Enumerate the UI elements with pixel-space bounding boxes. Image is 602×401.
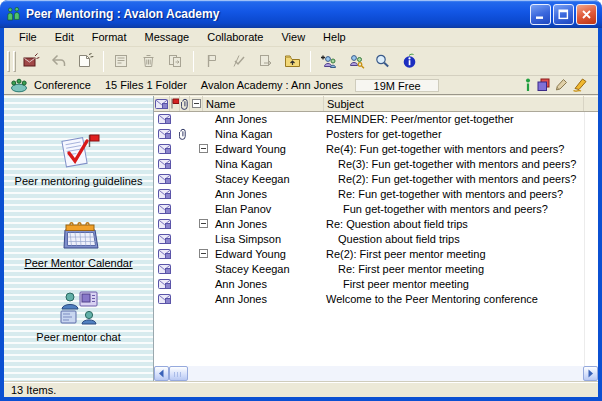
message-row[interactable]: Nina KaganPosters for get-together — [154, 127, 584, 142]
menu-format[interactable]: Format — [83, 29, 136, 45]
menu-help[interactable]: Help — [314, 29, 355, 45]
message-subject: First peer mentor meeting — [343, 278, 469, 290]
parent-folder-icon — [284, 53, 301, 69]
scroll-left-icon — [158, 369, 165, 378]
item-counts-label: 15 Files 1 Folder — [105, 79, 187, 91]
collapse-thread-toggle[interactable] — [199, 249, 208, 258]
sidebar-item-label[interactable]: Peer mentoring guidelines — [15, 175, 143, 187]
sender-name: Ann Jones — [215, 293, 267, 305]
message-row[interactable]: Ann JonesWelcome to the Peer Mentoring c… — [154, 292, 584, 307]
column-header-envelope[interactable] — [154, 96, 170, 111]
delete-button — [136, 49, 161, 74]
collapse-thread-toggle[interactable] — [199, 219, 208, 228]
sidebar-item-peer-mentor-chat[interactable]: Peer mentor chat — [4, 290, 153, 343]
message-subject: Posters for get-together — [326, 128, 442, 140]
directory-info-icon — [401, 53, 418, 69]
sidebar-item-label[interactable]: Peer Mentor Calendar — [24, 257, 132, 269]
message-row[interactable]: Ann JonesRe: Fun get-together with mento… — [154, 187, 584, 202]
vertical-scrollbar-track[interactable] — [584, 112, 598, 366]
list-header: Name Subject — [154, 96, 598, 112]
sender-name: Stacey Keegan — [215, 173, 290, 185]
permissions-icon — [347, 53, 365, 69]
calendar-icon — [58, 218, 100, 252]
toolbar-drag-handle[interactable] — [7, 51, 10, 72]
message-row[interactable]: Stacey KeeganRe(2): Fun get-together wit… — [154, 172, 584, 187]
scroll-right-button[interactable] — [583, 366, 598, 381]
scroll-left-button[interactable] — [154, 366, 169, 381]
sidebar-item-peer-mentor-calendar[interactable]: Peer Mentor Calendar — [4, 218, 153, 269]
new-message-button[interactable] — [19, 49, 44, 74]
menu-collaborate[interactable]: Collaborate — [198, 29, 272, 45]
sidebar-item-peer-mentoring-guidelines[interactable]: Peer mentoring guidelines — [4, 132, 153, 187]
search-icon — [374, 53, 391, 69]
toolbar-drag-handle[interactable] — [13, 51, 16, 72]
permissions-button[interactable] — [343, 49, 368, 74]
message-subject: REMINDER: Peer/mentor get-together — [326, 113, 514, 125]
title-bar[interactable]: Peer Mentoring : Avalon Academy — [0, 0, 602, 28]
unsubscribe-button — [163, 49, 188, 74]
reply-button — [46, 49, 71, 74]
window-icon[interactable] — [6, 7, 21, 21]
status-bar: 13 Items. — [4, 381, 598, 397]
add-member-icon — [320, 53, 338, 69]
toolbar-separator — [103, 51, 104, 72]
message-row[interactable]: Ann JonesREMINDER: Peer/mentor get-toget… — [154, 112, 584, 127]
menu-file[interactable]: File — [10, 29, 46, 45]
infobar-status-icons — [524, 78, 592, 92]
message-subject: Re: First peer mentor meeting — [338, 263, 484, 275]
sender-name: Ann Jones — [215, 218, 267, 230]
message-row[interactable]: Ann JonesRe: Question about field trips — [154, 217, 584, 232]
edit-pencil-icon — [555, 78, 568, 92]
flag-red-icon — [170, 98, 180, 109]
message-row[interactable]: Edward YoungRe(4): Fun get-together with… — [154, 142, 584, 157]
close-button[interactable] — [576, 4, 597, 25]
minimize-button[interactable] — [530, 4, 551, 25]
new-document-button[interactable] — [73, 49, 98, 74]
approve-icon — [230, 53, 247, 69]
add-member-button[interactable] — [316, 49, 341, 74]
sender-name: Lisa Simpson — [215, 233, 281, 245]
summarize-button — [109, 49, 134, 74]
menu-bar: FileEditFormatMessageCollaborateViewHelp — [4, 28, 598, 47]
message-list: Ann JonesREMINDER: Peer/mentor get-toget… — [154, 112, 584, 366]
menu-edit[interactable]: Edit — [46, 29, 83, 45]
envelope-icon — [158, 114, 171, 124]
sidebar: Peer mentoring guidelinesPeer Mentor Cal… — [4, 96, 154, 381]
message-subject: Question about field trips — [338, 233, 460, 245]
envelope-icon — [158, 234, 171, 244]
menu-message[interactable]: Message — [136, 29, 199, 45]
unsubscribe-icon — [167, 53, 184, 69]
envelope-icon — [158, 174, 171, 184]
envelope-icon — [158, 189, 171, 199]
menu-view[interactable]: View — [272, 29, 314, 45]
message-subject: Fun get-together with mentors and peers? — [343, 203, 548, 215]
message-row[interactable]: Ann JonesFirst peer mentor meeting — [154, 277, 584, 292]
column-header-attachment[interactable] — [180, 96, 190, 111]
column-header-flag[interactable] — [170, 96, 180, 111]
sender-name: Nina Kagan — [215, 158, 273, 170]
message-row[interactable]: Stacey KeeganRe: First peer mentor meeti… — [154, 262, 584, 277]
free-space-field: 19M Free — [355, 79, 439, 92]
message-row[interactable]: Edward YoungRe(2): First peer mentor mee… — [154, 247, 584, 262]
directory-info-button[interactable] — [397, 49, 422, 74]
parent-folder-button[interactable] — [280, 49, 305, 74]
scrollbar-thumb[interactable] — [169, 366, 188, 381]
message-subject: Welcome to the Peer Mentoring conference — [326, 293, 538, 305]
column-header-name[interactable]: Name — [203, 96, 324, 111]
message-row[interactable]: Elan PanovFun get-together with mentors … — [154, 202, 584, 217]
forward-icon — [257, 53, 274, 69]
message-row[interactable]: Lisa SimpsonQuestion about field trips — [154, 232, 584, 247]
envelope-icon — [158, 249, 171, 259]
search-button[interactable] — [370, 49, 395, 74]
sender-name: Ann Jones — [215, 113, 267, 125]
collapse-thread-toggle[interactable] — [199, 144, 208, 153]
sidebar-item-label[interactable]: Peer mentor chat — [36, 331, 120, 343]
maximize-button[interactable] — [553, 4, 574, 25]
message-subject: Re: Fun get-together with mentors and pe… — [338, 188, 563, 200]
column-header-subject[interactable]: Subject — [324, 96, 584, 111]
horizontal-scrollbar — [154, 366, 598, 381]
envelope-icon — [158, 129, 171, 139]
reply-icon — [50, 53, 67, 69]
message-row[interactable]: Nina KaganRe(3): Fun get-together with m… — [154, 157, 584, 172]
column-header-thread[interactable] — [190, 96, 203, 111]
